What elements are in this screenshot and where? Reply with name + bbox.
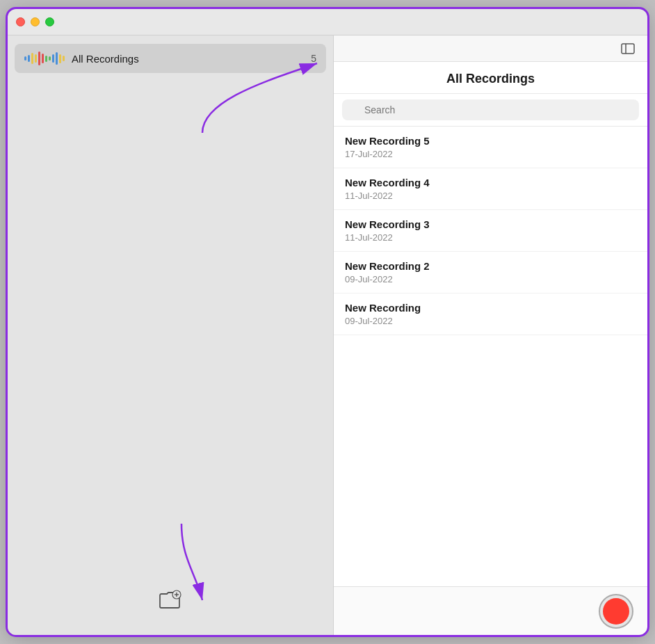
record-button[interactable] (599, 594, 633, 629)
sidebar-toggle-button[interactable] (618, 39, 638, 58)
sidebar-toggle-icon (621, 43, 635, 54)
add-folder-button[interactable] (153, 584, 188, 616)
add-folder-icon (159, 590, 182, 611)
recording-list-item[interactable]: New Recording09-Jul-2022 (334, 293, 647, 335)
right-bottom-bar (334, 586, 647, 635)
app-window: All Recordings 5 (8, 9, 647, 635)
recording-date: 09-Jul-2022 (345, 316, 636, 326)
right-panel: All Recordings 🔍 New Recording 517-Jul-2… (333, 35, 647, 635)
recording-name: New Recording (345, 302, 636, 314)
recording-name: New Recording 2 (345, 260, 636, 272)
record-circle (603, 598, 629, 625)
recording-list-item[interactable]: New Recording 311-Jul-2022 (334, 210, 647, 252)
maximize-button[interactable] (45, 17, 54, 26)
recording-date: 11-Jul-2022 (345, 191, 636, 201)
sidebar-bottom (8, 579, 333, 621)
recording-list-item[interactable]: New Recording 209-Jul-2022 (334, 252, 647, 293)
recording-list: New Recording 517-Jul-2022New Recording … (334, 127, 647, 586)
sidebar-item-badge: 5 (311, 53, 316, 64)
recording-date: 11-Jul-2022 (345, 232, 636, 243)
recording-name: New Recording 5 (345, 135, 636, 147)
traffic-lights (16, 17, 54, 26)
right-title-bar: All Recordings (334, 62, 647, 94)
sidebar-item-all-recordings[interactable]: All Recordings 5 (15, 44, 326, 73)
sidebar-item-label: All Recordings (72, 53, 311, 65)
title-bar (8, 9, 647, 35)
recording-date: 09-Jul-2022 (345, 274, 636, 284)
waveform-icon (24, 51, 65, 66)
recording-list-item[interactable]: New Recording 411-Jul-2022 (334, 168, 647, 210)
recording-name: New Recording 4 (345, 177, 636, 188)
recording-list-item[interactable]: New Recording 517-Jul-2022 (334, 127, 647, 168)
right-panel-header (334, 35, 647, 62)
minimize-button[interactable] (31, 17, 40, 26)
recording-name: New Recording 3 (345, 218, 636, 230)
right-panel-title: All Recordings (345, 72, 636, 86)
search-wrapper: 🔍 (342, 99, 639, 120)
recording-date: 17-Jul-2022 (345, 149, 636, 159)
sidebar: All Recordings 5 (8, 35, 333, 635)
search-bar-container: 🔍 (334, 94, 647, 127)
svg-rect-5 (622, 44, 634, 54)
main-area: All Recordings 5 (8, 35, 647, 635)
close-button[interactable] (16, 17, 25, 26)
search-input[interactable] (342, 99, 639, 120)
